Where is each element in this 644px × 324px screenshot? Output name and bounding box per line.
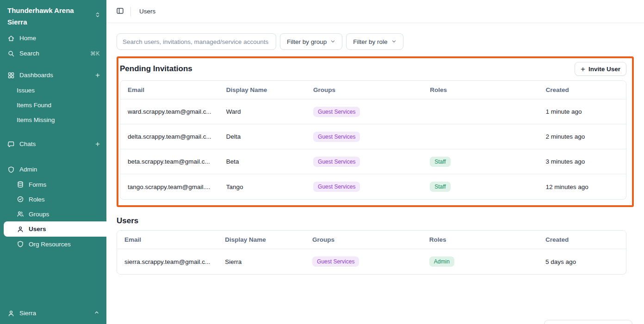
groups-cell: Guest Services — [305, 249, 422, 274]
created-cell: 12 minutes ago — [539, 174, 626, 199]
add-chat-button[interactable]: + — [95, 140, 100, 148]
plus-icon: + — [581, 65, 585, 73]
display-name-cell: Sierra — [217, 249, 305, 274]
groups-cell: Guest Services — [306, 174, 422, 199]
created-cell: 1 minute ago — [539, 99, 626, 124]
sidebar: Thunderhawk Arena Sierra Home Search ⌘K — [0, 0, 106, 324]
column-header-groups: Groups — [306, 81, 422, 99]
roles-cell: Staff — [422, 149, 538, 174]
table-row[interactable]: ward.scrappy.team@gmail.c...WardGuest Se… — [120, 99, 626, 124]
group-badge: Guest Services — [313, 132, 360, 142]
group-badge: Guest Services — [313, 107, 360, 117]
chevron-up-down-icon — [94, 11, 101, 20]
user-icon — [7, 310, 15, 317]
table-row[interactable]: tango.scrappy.team@gmail....TangoGuest S… — [120, 174, 626, 199]
role-badge: Admin — [429, 257, 454, 267]
org-switcher[interactable]: Thunderhawk Arena Sierra — [0, 0, 106, 31]
pending-invitations-section: Pending Invitations + Invite User Email … — [117, 56, 634, 207]
breadcrumb-divider — [130, 7, 131, 16]
pending-invitations-title: Pending Invitations — [120, 64, 192, 73]
groups-cell: Guest Services — [306, 99, 422, 124]
roles-cell — [422, 99, 538, 124]
sidebar-item-label: Items Found — [17, 102, 100, 109]
sidebar-item-label: Issues — [17, 87, 100, 94]
column-header-display-name: Display Name — [217, 231, 305, 249]
users-title: Users — [117, 216, 626, 226]
group-badge: Guest Services — [313, 182, 360, 192]
invite-user-button[interactable]: + Invite User — [575, 62, 626, 76]
sidebar-item-chats[interactable]: Chats + — [0, 136, 106, 152]
sidebar-item-items-missing[interactable]: Items Missing — [0, 112, 106, 127]
invite-user-label: Invite User — [588, 66, 620, 73]
search-shortcut: ⌘K — [90, 50, 100, 57]
users-section: Users Email Display Name Groups Roles Cr… — [117, 216, 634, 275]
role-badge: Staff — [430, 182, 450, 192]
topbar: Users — [106, 0, 644, 23]
bottom-right-popover[interactable] — [544, 320, 632, 324]
sidebar-nav: Home Search ⌘K Dashboards + Issues — [0, 31, 106, 303]
users-table: Email Display Name Groups Roles Created … — [117, 230, 626, 275]
column-header-roles: Roles — [422, 81, 538, 99]
roles-cell — [422, 124, 538, 149]
group-badge: Guest Services — [312, 257, 359, 267]
sidebar-item-org-resources[interactable]: Org Resources — [0, 237, 106, 251]
shield-icon — [17, 240, 24, 248]
sidebar-item-label: Home — [19, 35, 100, 42]
email-cell: sierra.scrappy.team@gmail.c... — [117, 249, 217, 274]
sidebar-item-items-found[interactable]: Items Found — [0, 98, 106, 112]
sidebar-item-label: Chats — [19, 141, 95, 147]
pending-invitations-table: Email Display Name Groups Roles Created … — [120, 80, 626, 200]
sidebar-item-label: Roles — [29, 196, 100, 203]
chevron-down-icon — [391, 38, 396, 45]
sidebar-item-label: Search — [19, 50, 90, 57]
created-cell: 2 minutes ago — [539, 124, 626, 149]
email-cell: beta.scrappy.team@gmail.c... — [120, 149, 219, 174]
email-cell: ward.scrappy.team@gmail.c... — [120, 99, 219, 124]
home-icon — [7, 35, 15, 42]
sidebar-item-admin[interactable]: Admin — [0, 162, 106, 177]
user-menu[interactable]: Sierra — [0, 303, 106, 324]
nav-spacer — [0, 127, 106, 136]
nav-spacer — [0, 152, 106, 162]
sidebar-item-forms[interactable]: Forms — [0, 177, 106, 192]
display-name-cell: Ward — [219, 99, 306, 124]
sidebar-item-label: Admin — [19, 166, 100, 173]
search-input[interactable] — [117, 33, 276, 50]
sidebar-item-issues[interactable]: Issues — [0, 83, 106, 98]
sidebar-item-home[interactable]: Home — [0, 31, 106, 46]
filter-by-group-dropdown[interactable]: Filter by group — [280, 33, 342, 50]
shield-icon — [7, 166, 15, 173]
email-cell: delta.scrappy.team@gmail.c... — [120, 124, 219, 149]
filter-by-role-dropdown[interactable]: Filter by role — [346, 33, 403, 50]
table-row[interactable]: sierra.scrappy.team@gmail.c...SierraGues… — [117, 249, 626, 274]
sidebar-item-groups[interactable]: Groups — [0, 207, 106, 221]
created-cell: 5 days ago — [538, 249, 626, 274]
group-badge: Guest Services — [313, 157, 360, 167]
sidebar-item-label: Items Missing — [17, 116, 100, 123]
column-header-created: Created — [539, 81, 626, 99]
sidebar-toggle-button[interactable] — [114, 6, 126, 18]
search-icon — [7, 50, 15, 57]
breadcrumb: Users — [139, 8, 155, 15]
table-header-row: Email Display Name Groups Roles Created — [120, 81, 626, 99]
toolbar: Filter by group Filter by role — [117, 33, 634, 50]
org-title: Thunderhawk Arena Sierra — [7, 5, 94, 28]
roles-cell: Admin — [422, 249, 538, 274]
table-row[interactable]: beta.scrappy.team@gmail.c...BetaGuest Se… — [120, 149, 626, 174]
column-header-roles: Roles — [422, 231, 538, 249]
sidebar-item-dashboards[interactable]: Dashboards + — [0, 67, 106, 83]
sidebar-item-search[interactable]: Search ⌘K — [0, 46, 106, 61]
chat-bubble-icon — [7, 141, 15, 148]
nav-spacer — [0, 61, 106, 67]
display-name-cell: Tango — [219, 174, 306, 199]
groups-cell: Guest Services — [306, 124, 422, 149]
circle-check-icon — [17, 196, 24, 203]
sidebar-item-label: Org Resources — [29, 241, 100, 248]
column-header-created: Created — [538, 231, 626, 249]
sidebar-item-users[interactable]: Users — [4, 221, 106, 237]
column-header-email: Email — [120, 81, 219, 99]
add-dashboard-button[interactable]: + — [95, 71, 100, 79]
table-row[interactable]: delta.scrappy.team@gmail.c...DeltaGuest … — [120, 124, 626, 149]
sidebar-item-roles[interactable]: Roles — [0, 192, 106, 207]
content: Filter by group Filter by role Pending I… — [106, 23, 644, 324]
